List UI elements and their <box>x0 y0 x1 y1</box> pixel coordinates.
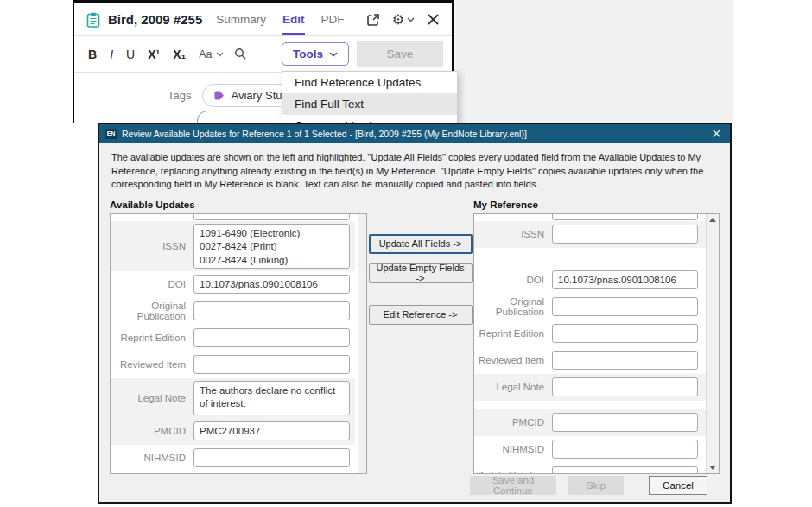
save-and-continue-button[interactable]: Save and Continue <box>470 476 556 495</box>
endnote-app-icon: EN <box>105 129 117 139</box>
myref-article-number-input[interactable] <box>552 466 698 474</box>
available-doi-input[interactable] <box>193 275 350 294</box>
tag-chip-label: Aviary Stud <box>231 89 288 102</box>
bold-button[interactable]: B <box>88 48 97 61</box>
update-all-fields-button[interactable]: Update All Fields -> <box>369 234 473 254</box>
available-issn-input[interactable] <box>193 224 350 269</box>
field-row-reprint-edition: Reprint Edition <box>474 320 706 347</box>
my-reference-panel: ISSNDOIOriginal PublicationReprint Editi… <box>473 213 720 474</box>
superscript-button[interactable]: X¹ <box>148 48 160 61</box>
available-legal-note-input[interactable] <box>193 381 350 415</box>
clipped-field-box <box>552 214 698 220</box>
myref-pmcid-input[interactable] <box>552 413 698 432</box>
myref-nihmsid-input[interactable] <box>552 440 698 459</box>
open-in-new-window-icon[interactable] <box>366 13 380 27</box>
tag-icon <box>213 90 225 101</box>
subscript-button[interactable]: X₁ <box>173 48 186 61</box>
editor-tabs: Summary Edit PDF <box>216 3 344 35</box>
font-case-button[interactable]: Aa <box>199 48 212 60</box>
tab-pdf[interactable]: PDF <box>321 3 345 35</box>
available-updates-panel: ISSNDOIOriginal PublicationReprint Editi… <box>110 213 367 474</box>
field-row-pmcid: PMCID <box>111 418 355 445</box>
field-row-nihmsid: NIHMSID <box>111 445 355 472</box>
search-icon[interactable] <box>234 48 247 60</box>
scroll-down-icon[interactable] <box>709 466 716 470</box>
panel-spacer-row <box>474 248 706 267</box>
field-label: PMCID <box>111 426 193 436</box>
available-original-publication-input[interactable] <box>193 301 350 320</box>
myref-reviewed-item-input[interactable] <box>552 351 698 370</box>
edit-reference-button[interactable]: Edit Reference -> <box>369 305 473 325</box>
clipped-field-box <box>193 214 350 220</box>
tab-summary[interactable]: Summary <box>216 3 266 35</box>
dialog-close-icon[interactable] <box>701 130 724 137</box>
field-row-issn: ISSN <box>111 221 355 271</box>
field-label: PMCID <box>474 417 552 428</box>
formatting-toolbar: B I U X¹ X₁ Aa Tools Save <box>74 36 452 73</box>
available-updates-fields: ISSNDOIOriginal PublicationReprint Editi… <box>110 213 367 474</box>
available-reviewed-item-input[interactable] <box>193 355 350 374</box>
field-row-article-number: Article Number <box>474 463 706 474</box>
field-label: Legal Note <box>111 393 193 403</box>
field-label: Reprint Edition <box>111 333 193 343</box>
field-row-doi: DOI <box>474 267 706 294</box>
underline-button[interactable]: U <box>126 48 135 61</box>
my-reference-header: My Reference <box>473 200 720 210</box>
myref-reprint-edition-input[interactable] <box>552 324 698 343</box>
myref-doi-input[interactable] <box>552 270 698 289</box>
save-button[interactable]: Save <box>357 41 443 67</box>
left-panel-scrollbar[interactable] <box>358 214 366 473</box>
dialog-instructions: The available updates are shown on the l… <box>111 151 718 192</box>
italic-button[interactable]: I <box>110 48 113 61</box>
field-row-original-publication: Original Publication <box>111 298 355 325</box>
field-row-doi: DOI <box>111 271 355 298</box>
field-row-article-number: Article Number <box>111 472 355 474</box>
right-panel-scrollbar[interactable] <box>706 214 719 473</box>
field-label: ISSN <box>111 241 193 251</box>
available-reprint-edition-input[interactable] <box>193 328 350 347</box>
field-row-reviewed-item: Reviewed Item <box>111 352 355 378</box>
cancel-button[interactable]: Cancel <box>649 476 707 495</box>
chevron-down-icon <box>329 52 338 57</box>
field-row-legal-note: Legal Note <box>474 374 706 401</box>
skip-button[interactable]: Skip <box>568 476 624 495</box>
close-window-icon[interactable] <box>427 13 440 26</box>
field-label: Reprint Edition <box>474 328 552 339</box>
field-label: Article Number <box>474 471 552 474</box>
tab-edit[interactable]: Edit <box>282 3 305 35</box>
tools-button[interactable]: Tools <box>282 42 349 66</box>
panel-spacer-row <box>474 401 706 409</box>
app-window-backdrop <box>455 0 733 123</box>
panel-headers: Available Updates My Reference <box>110 200 720 210</box>
myref-original-publication-input[interactable] <box>552 297 698 316</box>
chevron-down-icon[interactable] <box>216 52 224 57</box>
dialog-title: Review Available Updates for Reference 1… <box>122 129 696 139</box>
field-label: Original Publication <box>111 301 193 321</box>
editor-header: Bird, 2009 #255 Summary Edit PDF ⚙ <box>74 3 452 36</box>
field-label: Reviewed Item <box>474 355 552 365</box>
available-pmcid-input[interactable] <box>193 421 350 440</box>
reference-document-icon <box>86 12 100 28</box>
dialog-titlebar: EN Review Available Updates for Referenc… <box>99 124 730 143</box>
field-label: ISSN <box>474 229 552 239</box>
field-label: DOI <box>111 279 193 289</box>
myref-legal-note-input[interactable] <box>552 377 698 396</box>
field-row-nihmsid: NIHMSID <box>474 436 706 463</box>
menu-item-find-full-text[interactable]: Find Full Text <box>282 93 457 115</box>
reference-editor-window: Bird, 2009 #255 Summary Edit PDF ⚙ B I U… <box>73 0 454 123</box>
update-empty-fields-button[interactable]: Update Empty Fields -> <box>369 263 473 283</box>
field-row-legal-note: Legal Note <box>111 378 355 418</box>
field-label: Original Publication <box>474 296 552 317</box>
dialog-footer: Save and Continue Skip Cancel <box>110 474 720 502</box>
field-label: Reviewed Item <box>111 359 193 370</box>
available-nihmsid-input[interactable] <box>193 448 350 467</box>
menu-item-find-reference-updates[interactable]: Find Reference Updates <box>282 72 457 93</box>
settings-gear-icon[interactable]: ⚙ <box>392 13 415 27</box>
tags-label: Tags <box>168 84 191 102</box>
scroll-up-icon[interactable] <box>709 218 716 222</box>
myref-issn-input[interactable] <box>552 225 698 244</box>
review-updates-dialog: EN Review Available Updates for Referenc… <box>98 123 732 504</box>
my-reference-fields: ISSNDOIOriginal PublicationReprint Editi… <box>473 213 720 474</box>
update-actions-column: Update All Fields -> Update Empty Fields… <box>367 213 473 474</box>
field-label: DOI <box>474 275 552 285</box>
